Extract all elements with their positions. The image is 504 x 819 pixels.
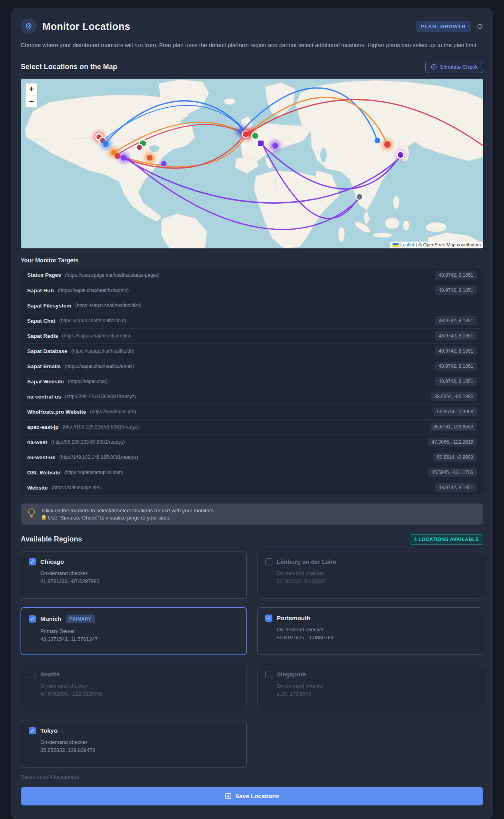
header: Monitor Locations PLAN: GROWTH: [21, 18, 483, 34]
monitor-targets-list: Status Pages (https://statuspage.me/heal…: [21, 267, 483, 496]
region-coords: 50.8197675, -1.0880769: [277, 634, 475, 642]
target-url: (https://sapat.chat/healthz/chat): [60, 318, 126, 323]
region-card[interactable]: Limburg an der Lahn On-demand checker 50…: [257, 551, 483, 599]
map-marker[interactable]: [272, 143, 278, 149]
region-card[interactable]: Tokyo On-demand checker 35.652832, 139.8…: [21, 720, 247, 767]
zoom-out-button[interactable]: −: [26, 95, 37, 107]
region-coords: 47.6062095, -122.3320708: [40, 690, 239, 698]
target-coords-badge: 48.9742, 8.1851: [435, 286, 477, 295]
region-type: On-demand checker: [40, 738, 239, 746]
region-checkbox[interactable]: [265, 615, 272, 622]
target-coords-badge: 47.3066, -122.2619: [428, 438, 477, 446]
map-marker[interactable]: [252, 132, 259, 139]
region-checkbox[interactable]: [29, 558, 36, 565]
target-url: (https://sapat.chat/healthz/redis): [62, 333, 130, 339]
region-cards-grid: Chicago On-demand checker 41.8781136, -8…: [21, 551, 483, 767]
map-marker[interactable]: [147, 155, 153, 161]
target-url: (http://103.125.216.51:8081/readyz): [63, 424, 139, 430]
map-marker[interactable]: [121, 155, 127, 161]
target-name: eu-west-uk: [27, 454, 56, 460]
region-card[interactable]: Portsmouth On-demand checker 50.8197675,…: [257, 607, 483, 655]
primary-badge: PRIMARY: [66, 615, 95, 623]
play-circle-icon: [431, 64, 437, 70]
target-row: WhoHosts.pro Website (https://whohosts.p…: [21, 404, 483, 419]
map-marker[interactable]: [375, 138, 380, 143]
target-url: (https://openstartuplist.com): [64, 470, 123, 475]
region-checkbox[interactable]: [29, 615, 36, 623]
target-row: Sapat Hub (https://sapat.chat/healthz/ad…: [21, 283, 483, 298]
target-row: Sapat Emails (https://sapat.chat/healthz…: [21, 359, 483, 374]
region-name: Portsmouth: [277, 615, 310, 621]
target-row: OSL Website (https://openstartuplist.com…: [21, 465, 483, 480]
target-name: na-west: [27, 439, 47, 445]
target-coords-badge: 48.9742, 8.1851: [435, 316, 477, 325]
region-checkbox[interactable]: [265, 558, 272, 565]
target-url: (https://sapat.chat): [68, 379, 107, 384]
targets-title: Your Monitor Targets: [21, 257, 483, 264]
target-name: Sapat Hub: [27, 288, 54, 293]
osm-attribution[interactable]: © OpenStreetMap contributors: [419, 242, 481, 247]
leaflet-link[interactable]: Leaflet: [400, 242, 414, 247]
target-row: Status Pages (https://statuspage.me/heal…: [21, 268, 483, 283]
target-name: Sapat Emails: [27, 363, 61, 369]
target-row: Website (https://statuspage.me) 48.9742,…: [21, 480, 483, 495]
target-url: (https://sapat.chat/healthz/admin): [58, 288, 129, 293]
region-card[interactable]: Singapore On-demand checker 1.29, 103.85…: [257, 664, 483, 711]
target-row: na-central-us (http://209.126.0.56:8081/…: [21, 389, 483, 404]
target-name: Status Pages: [27, 272, 61, 278]
tip-line-2: Use "Simulate Check" to visualize pings …: [42, 515, 215, 521]
target-name: Šapat Website: [27, 379, 64, 385]
target-coords-badge: 48.9742, 8.1851: [435, 331, 477, 340]
region-card[interactable]: Seattle On-demand checker 47.6062095, -1…: [21, 664, 247, 711]
target-row: Sapat Redis (https://sapat.chat/healthz/…: [21, 328, 483, 343]
target-name: OSL Website: [27, 470, 60, 476]
plan-badge: PLAN: GROWTH: [416, 21, 471, 32]
region-type: On-demand checker: [277, 626, 475, 634]
region-coords: 48.1371541, 11.5761247: [40, 635, 239, 643]
region-type: On-demand checker: [277, 682, 475, 690]
target-coords-badge: 48.9742, 8.1851: [435, 377, 477, 386]
region-name: Tokyo: [40, 727, 58, 734]
select-limit-note: Select up to 4 location(s).: [21, 774, 483, 780]
target-coords-badge: 48.9742, 8.1851: [435, 271, 477, 280]
map-marker[interactable]: [103, 141, 109, 147]
target-url: (https://sapat.chat/healthz/email): [65, 363, 134, 369]
map-marker[interactable]: [356, 193, 363, 200]
map-section-title: Select Locations on the Map: [21, 63, 117, 71]
target-url: (https://statuspage.me): [52, 485, 101, 490]
target-coords-badge: 38.6364, -90.1985: [431, 392, 477, 401]
map-marker[interactable]: [384, 141, 391, 148]
region-coords: 50.383333, 8.066667: [277, 577, 475, 585]
world-map[interactable]: + − Leaflet | © OpenStreetMap contributo…: [21, 79, 483, 248]
regions-title: Available Regions: [21, 535, 82, 543]
map-zoom-control: + −: [25, 83, 38, 108]
region-checkbox[interactable]: [29, 727, 36, 734]
zoom-in-button[interactable]: +: [26, 83, 37, 95]
region-type: On-demand checker: [40, 569, 239, 577]
target-row: Šapat Website (https://sapat.chat) 48.97…: [21, 374, 483, 389]
target-url: (https://sapat.chat/healthz/db): [71, 348, 135, 354]
map-marker[interactable]: [136, 144, 143, 151]
target-coords-badge: 48.9742, 8.1851: [435, 347, 477, 355]
target-coords-badge: 48.9742, 8.1851: [435, 483, 477, 492]
map-marker[interactable]: [397, 151, 404, 158]
target-name: Sapat Redis: [27, 333, 58, 339]
map-marker[interactable]: [161, 161, 167, 167]
target-coords-badge: 50.8514, -0.9903: [433, 453, 477, 462]
target-coords-badge: 48.9742, 8.1851: [435, 362, 477, 371]
region-checkbox[interactable]: [265, 671, 272, 678]
region-name: Munich: [40, 615, 62, 622]
target-row: Sapat Database (https://sapat.chat/healt…: [21, 343, 483, 359]
tip-box: Click on the markers to select/deselect …: [21, 504, 483, 525]
region-card[interactable]: Chicago On-demand checker 41.8781136, -8…: [21, 551, 247, 599]
save-locations-button[interactable]: Save Locations: [21, 787, 483, 805]
refresh-icon[interactable]: [476, 23, 483, 30]
map-marker[interactable]: [258, 141, 264, 146]
region-card[interactable]: Munich PRIMARY Primary Server 48.1371541…: [21, 607, 247, 655]
target-name: na-central-us: [27, 394, 61, 400]
region-type: On-demand checker: [40, 682, 239, 690]
region-coords: 1.29, 103.8503: [277, 690, 475, 698]
target-coords-badge: 35.6761, 139.6503: [430, 422, 477, 431]
region-checkbox[interactable]: [29, 671, 36, 678]
simulate-check-button[interactable]: Simulate Check: [425, 61, 483, 73]
